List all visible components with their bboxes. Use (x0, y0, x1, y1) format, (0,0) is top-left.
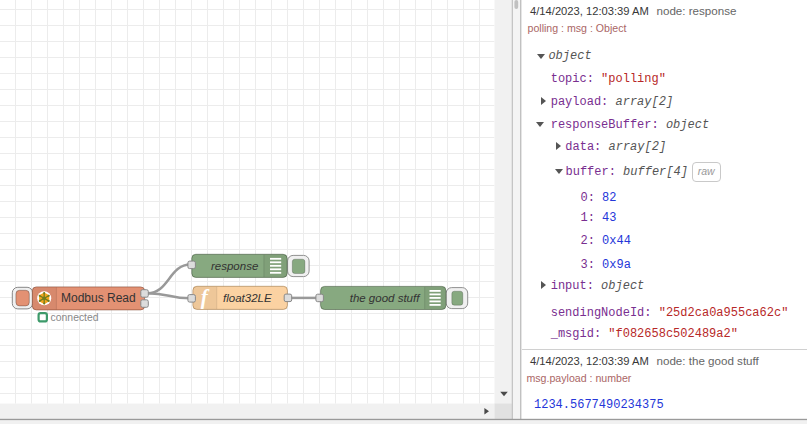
svg-text:float32LE: float32LE (223, 292, 272, 304)
svg-text:Modbus Read: Modbus Read (61, 291, 136, 305)
svg-text:the good stuff: the good stuff (350, 292, 421, 304)
svg-text:response: response (211, 260, 258, 272)
svg-text:connected: connected (51, 312, 99, 323)
